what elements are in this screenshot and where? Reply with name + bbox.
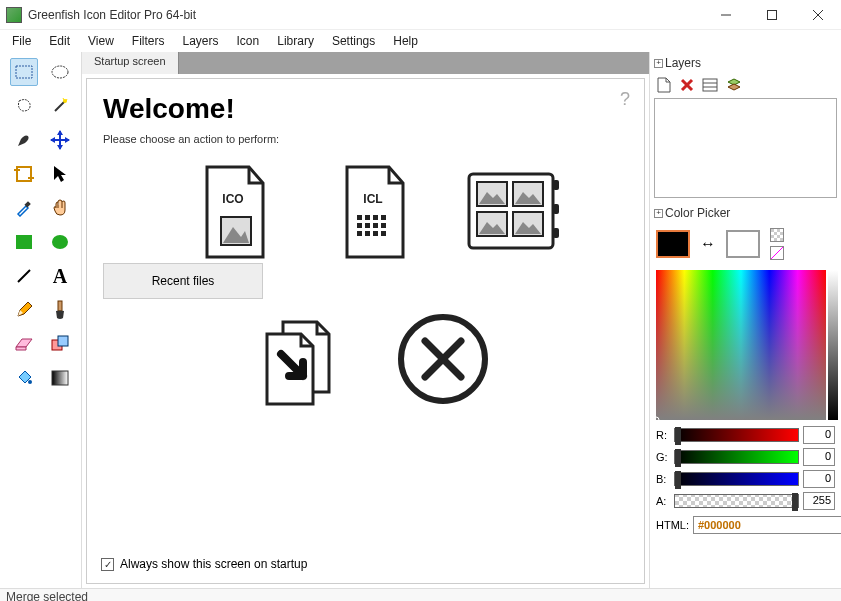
recent-files-button[interactable]: Recent files — [103, 263, 263, 299]
status-text: Merge selected — [6, 590, 88, 601]
pointer-tool[interactable] — [46, 160, 74, 188]
crop-tool[interactable] — [10, 160, 38, 188]
svg-rect-41 — [357, 223, 362, 228]
maximize-button[interactable] — [749, 0, 795, 30]
svg-point-31 — [28, 380, 32, 384]
b-label: B: — [656, 473, 670, 485]
b-slider[interactable] — [674, 472, 799, 486]
rectangle-tool[interactable] — [10, 228, 38, 256]
g-value[interactable]: 0 — [803, 448, 835, 466]
menu-edit[interactable]: Edit — [41, 32, 78, 50]
open-file-action[interactable] — [253, 309, 353, 409]
new-icl-action[interactable]: ICL — [323, 163, 423, 263]
svg-rect-21 — [16, 235, 32, 249]
menu-file[interactable]: File — [4, 32, 39, 50]
svg-rect-43 — [373, 223, 378, 228]
svg-line-23 — [18, 270, 30, 282]
menu-settings[interactable]: Settings — [324, 32, 383, 50]
svg-text:ICL: ICL — [363, 192, 382, 206]
delete-layer-icon[interactable] — [680, 78, 694, 92]
new-ico-action[interactable]: ICO — [183, 163, 283, 263]
svg-point-22 — [52, 235, 68, 249]
g-slider[interactable] — [674, 450, 799, 464]
always-show-checkbox[interactable]: ✓ Always show this screen on startup — [101, 557, 307, 571]
svg-rect-46 — [365, 231, 370, 236]
hand-tool[interactable] — [46, 194, 74, 222]
swap-colors-icon[interactable]: ↔ — [700, 235, 716, 253]
menu-filters[interactable]: Filters — [124, 32, 173, 50]
b-value[interactable]: 0 — [803, 470, 835, 488]
colorpicker-panel-title[interactable]: +Color Picker — [654, 204, 837, 222]
a-slider[interactable] — [674, 494, 799, 508]
svg-marker-15 — [65, 137, 70, 143]
svg-rect-26 — [58, 301, 62, 311]
always-show-label: Always show this screen on startup — [120, 557, 307, 571]
close-button[interactable] — [795, 0, 841, 30]
menu-view[interactable]: View — [80, 32, 122, 50]
r-value[interactable]: 0 — [803, 426, 835, 444]
menu-layers[interactable]: Layers — [175, 32, 227, 50]
gradient-tool[interactable] — [46, 364, 74, 392]
svg-point-69 — [653, 417, 659, 423]
layers-panel-title[interactable]: +Layers — [654, 54, 837, 72]
menu-icon[interactable]: Icon — [229, 32, 268, 50]
tab-bar: Startup screen — [82, 52, 649, 74]
svg-rect-44 — [381, 223, 386, 228]
ellipse-select-tool[interactable] — [46, 58, 74, 86]
help-icon[interactable]: ? — [620, 89, 630, 110]
foreground-swatch[interactable] — [656, 230, 690, 258]
new-layer-icon[interactable] — [656, 76, 672, 94]
eraser-tool[interactable] — [10, 330, 38, 358]
menu-library[interactable]: Library — [269, 32, 322, 50]
bucket-tool[interactable] — [10, 364, 38, 392]
merge-layers-icon[interactable] — [726, 78, 744, 92]
background-swatch[interactable] — [726, 230, 760, 258]
ellipse-tool[interactable] — [46, 228, 74, 256]
svg-rect-60 — [553, 228, 559, 238]
right-panel: +Layers +Color Picker ↔ R: 0 — [649, 52, 841, 588]
html-color-input[interactable] — [693, 516, 841, 534]
svg-marker-14 — [50, 137, 55, 143]
app-icon — [6, 7, 22, 23]
svg-rect-4 — [16, 66, 32, 78]
lasso-tool[interactable] — [10, 92, 38, 120]
svg-rect-40 — [381, 215, 386, 220]
svg-text:ICO: ICO — [222, 192, 243, 206]
window-title: Greenfish Icon Editor Pro 64-bit — [28, 8, 703, 22]
pen-tool[interactable] — [10, 126, 38, 154]
recent-files-label: Recent files — [152, 274, 215, 288]
tab-startup[interactable]: Startup screen — [82, 52, 179, 74]
a-label: A: — [656, 495, 670, 507]
expand-icon: + — [654, 59, 663, 68]
svg-point-5 — [52, 66, 68, 78]
svg-marker-19 — [54, 166, 66, 182]
r-slider[interactable] — [674, 428, 799, 442]
menu-help[interactable]: Help — [385, 32, 426, 50]
invert-swatch[interactable] — [770, 246, 784, 260]
color-field[interactable] — [656, 270, 826, 420]
close-action[interactable] — [393, 309, 493, 409]
text-tool[interactable]: A — [46, 262, 74, 290]
a-value[interactable]: 255 — [803, 492, 835, 510]
layer-list[interactable] — [654, 98, 837, 198]
rect-select-tool[interactable] — [10, 58, 38, 86]
expand-icon: + — [654, 209, 663, 218]
line-tool[interactable] — [10, 262, 38, 290]
move-tool[interactable] — [46, 126, 74, 154]
clone-tool[interactable] — [46, 330, 74, 358]
g-label: G: — [656, 451, 670, 463]
minimize-button[interactable] — [703, 0, 749, 30]
magic-wand-tool[interactable] — [46, 92, 74, 120]
svg-rect-32 — [52, 371, 68, 385]
svg-rect-42 — [365, 223, 370, 228]
pencil-tool[interactable] — [10, 296, 38, 324]
brush-tool[interactable] — [46, 296, 74, 324]
layer-props-icon[interactable] — [702, 78, 718, 92]
svg-marker-12 — [57, 130, 63, 135]
value-bar[interactable] — [828, 270, 838, 420]
transparent-swatch[interactable] — [770, 228, 784, 242]
browse-library-action[interactable] — [463, 163, 563, 263]
html-label: HTML: — [656, 519, 689, 531]
welcome-panel: ? Welcome! Please choose an action to pe… — [86, 78, 645, 584]
eyedropper-tool[interactable] — [10, 194, 38, 222]
